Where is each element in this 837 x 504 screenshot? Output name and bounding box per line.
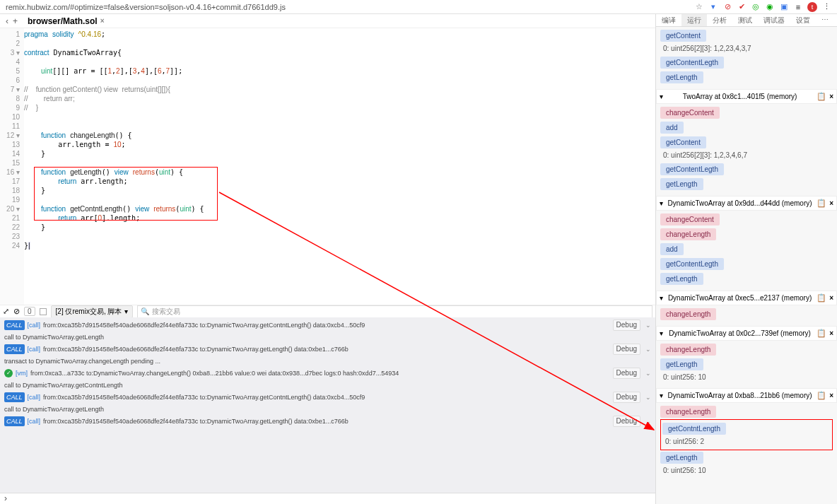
contract-function-button[interactable]: changeLength [660, 308, 716, 320]
ext-icon-2[interactable]: ⊘ [722, 2, 732, 12]
debug-button[interactable]: Debug [613, 344, 640, 355]
nav-back-icon[interactable]: ‹ [6, 16, 8, 26]
clear-icon[interactable]: ⊘ [13, 307, 20, 316]
close-icon[interactable]: × [829, 329, 833, 337]
terminal-toolbar: ⤢ ⊘ 0 [2] 仅remix交易, 脚本▾ 🔍搜索交易 [0, 305, 655, 317]
contract-function-button[interactable]: changeContent [660, 213, 720, 225]
chevron-down-icon[interactable]: ⌄ [643, 416, 651, 426]
tab-compile[interactable]: 编译 [656, 14, 681, 26]
line-number-gutter: 123 ▾4567 ▾89101112 ▾13141516 ▾17181920 … [0, 28, 24, 305]
debug-button[interactable]: Debug [613, 368, 640, 379]
success-icon: ✓ [4, 369, 13, 377]
contract-function-button[interactable]: getContentLegth [660, 258, 724, 270]
profile-avatar-icon[interactable]: t [807, 2, 817, 12]
contract-instance-header[interactable]: ▾TwoArray at 0x8c1...401f5 (memory)📋× [656, 89, 837, 104]
chevron-icon[interactable]: ▾ [660, 93, 663, 100]
ext-icon-7[interactable]: ≡ [793, 2, 803, 12]
contract-function-button[interactable]: changeLength [660, 344, 716, 356]
function-result: 0: uint256: 10 [660, 465, 833, 477]
contract-instance-header[interactable]: ▾DynamicTwoArray at 0x9dd...d44dd (memor… [656, 196, 837, 211]
function-result: 0: uint256[2][3]: 1,2,3,4,6,7 [660, 150, 833, 162]
tab-analyze[interactable]: 分析 [707, 14, 732, 26]
contract-function-button[interactable]: getLength [660, 452, 703, 464]
file-tab-label: browser/Math.sol [28, 16, 98, 26]
chrome-extension-icons: ☆ ▾ ⊘ ✔ ◎ ◉ ▣ ≡ t ⋮ [694, 2, 831, 12]
instance-title: DynamicTwoArray at 0xba8...21bb6 (memory… [666, 392, 814, 399]
tab-test[interactable]: 测试 [732, 14, 758, 26]
debug-button[interactable]: Debug [613, 392, 640, 403]
call-badge: CALL [4, 416, 25, 426]
debug-button[interactable]: Debug [613, 320, 640, 331]
nav-plus-icon[interactable]: + [13, 16, 18, 26]
copy-icon[interactable]: 📋 [816, 391, 826, 400]
close-icon[interactable]: × [829, 199, 833, 207]
function-result: 0: uint256: 10 [660, 372, 833, 384]
contract-function-button[interactable]: changeContent [660, 107, 720, 119]
contract-function-button[interactable]: getContntLength [662, 423, 726, 435]
bookmark-icon[interactable]: ☆ [694, 2, 704, 12]
listen-checkbox[interactable] [40, 308, 47, 315]
contract-function-button[interactable]: changeLength [660, 406, 716, 418]
contract-function-button[interactable]: getContentLegth [660, 57, 724, 69]
chevron-down-icon[interactable]: ⌄ [643, 392, 651, 402]
contract-function-button[interactable]: add [660, 243, 684, 255]
terminal-output[interactable]: ◆ CALL [call] from:0xca35b7d915458ef540a… [0, 317, 655, 493]
editor-top-nav: ‹ + browser/Math.sol × [0, 14, 655, 28]
function-result: 0: uint256: 2 [662, 436, 831, 448]
ext-icon-3[interactable]: ✔ [737, 2, 747, 12]
chevron-icon[interactable]: ▾ [660, 199, 663, 207]
contract-function-button[interactable]: changeLength [660, 228, 716, 240]
terminal-prompt-icon[interactable]: › [0, 493, 655, 504]
expand-icon[interactable]: ⤢ [3, 307, 9, 316]
result-highlight-box: getContntLength0: uint256: 2 [660, 419, 833, 450]
ext-icon-1[interactable]: ▾ [708, 2, 718, 12]
tab-more-icon[interactable]: ⋯ [816, 14, 834, 26]
tab-debugger[interactable]: 调试器 [758, 14, 790, 26]
instance-title: DynamicTwoArray at 0xec5...e2137 (memory… [666, 294, 814, 302]
close-icon[interactable]: × [829, 392, 833, 399]
tab-settings[interactable]: 设置 [790, 14, 816, 26]
chrome-menu-icon[interactable]: ⋮ [821, 2, 831, 12]
ext-icon-6[interactable]: ▣ [779, 2, 789, 12]
code-highlight-box [34, 167, 218, 221]
right-panel-tabs: 编译 运行 分析 测试 调试器 设置 ⋯ [656, 14, 837, 27]
chevron-icon[interactable]: ▾ [660, 329, 663, 337]
contract-function-button[interactable]: add [660, 122, 684, 134]
close-icon[interactable]: × [829, 294, 833, 302]
close-icon[interactable]: × [829, 93, 833, 100]
contract-function-button[interactable]: getLength [660, 178, 703, 190]
chevron-down-icon[interactable]: ⌄ [643, 320, 651, 330]
contract-function-button[interactable]: getContent [660, 30, 706, 42]
copy-icon[interactable]: 📋 [816, 293, 826, 303]
contract-function-button[interactable]: getContent [660, 136, 706, 148]
chevron-icon[interactable]: ▾ [660, 294, 663, 302]
right-panel: 编译 运行 分析 测试 调试器 设置 ⋯ getContent0: uint25… [656, 14, 837, 504]
contract-function-button[interactable]: getLength [660, 71, 703, 83]
instance-title: DynamicTwoArray at 0x0c2...739ef (memory… [666, 329, 814, 337]
contract-function-button[interactable]: getLength [660, 273, 703, 285]
call-badge: CALL [4, 392, 25, 402]
contract-function-button[interactable]: getLength [660, 358, 703, 370]
copy-icon[interactable]: 📋 [816, 329, 826, 338]
code-editor[interactable]: 123 ▾4567 ▾89101112 ▾13141516 ▾17181920 … [0, 28, 655, 305]
copy-icon[interactable]: 📋 [816, 199, 826, 208]
contract-instance-header[interactable]: ▾DynamicTwoArray at 0xba8...21bb6 (memor… [656, 388, 837, 403]
copy-icon[interactable]: 📋 [816, 92, 826, 101]
contract-function-button[interactable]: getContentLegth [660, 163, 724, 175]
network-selector[interactable]: [2] 仅remix交易, 脚本▾ [51, 305, 134, 318]
contract-instance-header[interactable]: ▾DynamicTwoArray at 0x0c2...739ef (memor… [656, 326, 837, 341]
instance-title: DynamicTwoArray at 0x9dd...d44dd (memory… [666, 199, 814, 207]
debug-button[interactable]: Debug [613, 416, 640, 427]
chevron-icon[interactable]: ▾ [660, 392, 663, 399]
tab-run[interactable]: 运行 [681, 14, 707, 26]
ext-icon-4[interactable]: ◎ [751, 2, 761, 12]
ext-icon-5[interactable]: ◉ [765, 2, 775, 12]
code-content[interactable]: pragma solidity ^0.4.16; contract Dynami… [24, 28, 655, 305]
close-tab-icon[interactable]: × [100, 17, 105, 25]
call-badge: CALL [4, 320, 25, 330]
terminal-search[interactable]: 🔍搜索交易 [137, 305, 652, 318]
chevron-down-icon[interactable]: ⌄ [643, 344, 651, 354]
file-tab[interactable]: browser/Math.sol × [22, 15, 110, 28]
chevron-down-icon[interactable]: ⌄ [643, 368, 651, 378]
contract-instance-header[interactable]: ▾DynamicTwoArray at 0xec5...e2137 (memor… [656, 291, 837, 305]
